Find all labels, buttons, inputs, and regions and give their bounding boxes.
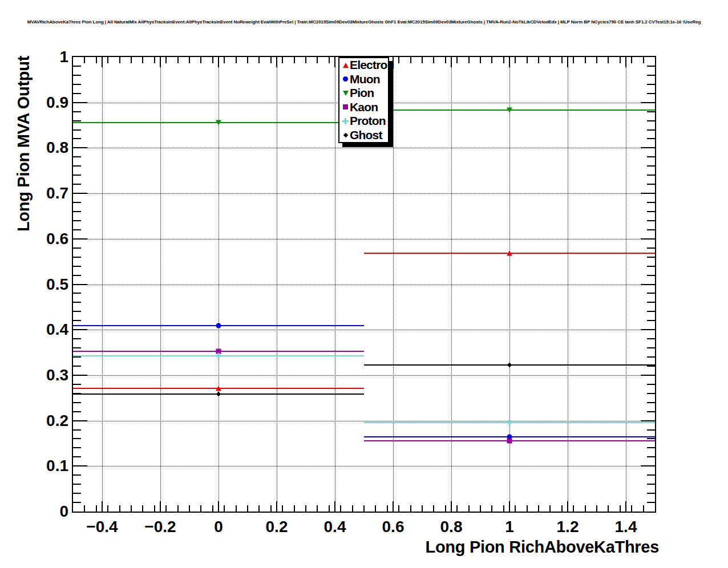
x-tick [131,505,132,512]
y-tick-right [647,438,655,439]
gridline-horizontal [73,421,655,421]
x-tick-top [236,57,237,63]
kaon-point [507,439,512,444]
y-tick-right [647,165,655,167]
legend-marker-cell [341,91,350,96]
y-tick [73,293,81,294]
x-tick [433,505,434,512]
y-tick [73,193,87,194]
x-tick-top [410,57,411,63]
x-tick-top [247,57,248,63]
x-tick-top [585,57,586,63]
y-tick-right [647,456,655,457]
x-tick [387,505,388,512]
x-tick [456,505,458,512]
y-tick [73,156,81,157]
legend-item-proton: Proton [339,114,388,128]
x-tick [160,501,161,512]
x-tick-top [107,57,108,63]
x-tick [527,505,528,512]
x-tick-top [102,57,103,67]
y-tick [73,411,81,412]
y-tick-label: 0.7 [11,185,68,202]
x-tick [247,505,248,512]
y-tick-right [647,447,655,448]
y-tick [73,366,81,367]
y-tick-label: 0.9 [11,94,68,111]
x-tick [451,501,452,512]
x-tick-top [433,57,434,63]
x-tick-label: −0.4 [74,518,131,536]
y-tick-right [647,356,655,358]
y-tick-label: 0 [11,503,68,520]
x-tick-top [561,57,563,63]
x-tick-top [468,57,470,63]
y-tick [73,456,81,457]
square-marker-icon [507,439,512,444]
legend-label: Kaon [350,100,378,114]
x-tick [236,505,237,512]
x-tick-top [218,57,219,67]
x-tick-top [538,57,539,63]
x-tick [282,505,283,512]
y-tick-right [647,320,655,321]
legend-label: Proton [350,114,386,128]
diamond-marker-icon [507,363,512,367]
x-tick-top [527,57,528,63]
electron-point [216,386,221,391]
y-tick-right [647,311,655,312]
y-tick-right [647,502,655,503]
cross-marker-icon [342,118,349,124]
triangle-down-marker-icon [507,108,512,113]
triangle-down-marker-icon [343,91,349,96]
legend-item-electron: Electron [339,58,388,72]
y-tick-label: 0.6 [11,230,68,248]
legend-label: Ghost [350,128,382,142]
x-tick [119,505,120,512]
x-tick-top [119,57,120,63]
gridline-horizontal [73,148,655,148]
y-tick-right [647,156,655,157]
diamond-marker-icon [216,392,221,396]
x-tick [352,505,353,512]
x-tick [224,505,225,512]
x-tick [549,505,551,512]
y-tick [73,66,81,67]
x-tick-top [160,57,161,67]
y-tick-right [647,402,655,403]
y-tick [73,248,81,249]
y-tick [73,257,81,258]
x-tick [189,505,190,512]
x-tick [340,505,341,512]
electron-point [507,250,512,255]
x-axis-title: Long Pion RichAboveKaThres [399,538,659,557]
x-tick [363,505,365,512]
y-tick [73,402,81,403]
y-tick-right [647,129,655,131]
x-tick [515,505,516,512]
x-tick-top [567,57,568,67]
x-tick-top [491,57,492,63]
x-tick-top [142,57,143,63]
y-tick-right [647,175,655,176]
x-tick-top [398,57,399,63]
x-tick [573,505,574,512]
y-tick-right [641,147,655,148]
y-tick-right [647,484,655,485]
y-tick-label: 0.1 [11,457,68,474]
y-tick [73,275,81,276]
y-tick-label: 0.2 [11,412,68,429]
x-tick-top [573,57,574,63]
legend-item-kaon: Kaon [339,100,388,115]
y-tick [73,93,81,94]
y-tick-right [647,184,655,185]
y-tick [73,465,87,466]
x-tick [398,505,399,512]
legend-item-ghost: Ghost [339,128,388,143]
legend-marker-cell [341,118,350,124]
x-tick-top [631,57,632,63]
root-canvas: MVAVRichAboveKaThres Pion Long | All Nat… [0,0,728,568]
y-tick-right [647,248,655,249]
y-tick-right [647,384,655,385]
y-tick [73,120,81,121]
